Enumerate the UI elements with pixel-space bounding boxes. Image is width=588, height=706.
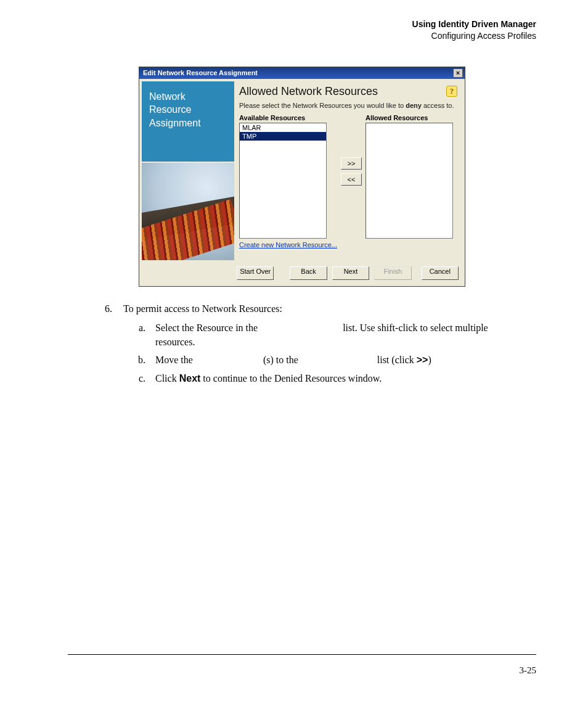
list-item[interactable]: MLAR bbox=[240, 123, 326, 132]
move-left-button[interactable]: << bbox=[341, 173, 362, 186]
page-number: 3-25 bbox=[520, 665, 537, 676]
available-resources-listbox[interactable]: MLARTMP bbox=[239, 123, 327, 239]
substep-b-body: Move the (s) to the list (click >>) bbox=[155, 353, 499, 367]
dialog-heading: Allowed Network Resources bbox=[239, 85, 378, 98]
step-lead: To permit access to Network Resources: bbox=[123, 302, 282, 316]
next-button[interactable]: Next bbox=[332, 266, 369, 280]
text: list (click bbox=[375, 355, 417, 365]
text: (s) to the bbox=[263, 355, 301, 365]
step-number: 6. bbox=[99, 302, 112, 316]
dialog-instruction: Please select the Network Resources you … bbox=[239, 102, 457, 109]
text: Click bbox=[155, 373, 179, 384]
substep-letter: b. bbox=[134, 353, 145, 367]
start-over-button[interactable]: Start Over bbox=[237, 266, 274, 280]
substep-c-body: Click Next to continue to the Denied Res… bbox=[155, 371, 499, 385]
substep-letter: c. bbox=[134, 371, 145, 385]
dialog-screenshot: Edit Network Resource Assignment × Netwo… bbox=[139, 67, 465, 287]
wizard-sidebar-image bbox=[142, 162, 234, 260]
page-rule bbox=[68, 654, 536, 655]
instruction-text: Please select the Network Resources you … bbox=[239, 102, 406, 109]
text: Move the bbox=[155, 355, 195, 365]
back-button[interactable]: Back bbox=[290, 266, 327, 280]
text: to continue to the Denied Resources wind… bbox=[200, 373, 382, 384]
text: Select the Resource in the bbox=[155, 322, 260, 333]
text-bold: >> bbox=[417, 355, 428, 365]
instruction-text-suffix: access to. bbox=[422, 102, 454, 109]
dialog-titlebar: Edit Network Resource Assignment × bbox=[139, 67, 465, 79]
running-head-title: Using Identity Driven Manager bbox=[68, 18, 536, 30]
instruction-steps: 6. To permit access to Network Resources… bbox=[99, 302, 499, 385]
dialog-title: Edit Network Resource Assignment bbox=[143, 69, 258, 76]
substep-a-body: Select the Resource in the list. Use shi… bbox=[155, 321, 499, 349]
close-icon[interactable]: × bbox=[453, 68, 463, 78]
available-resources-label: Available Resources bbox=[239, 114, 337, 121]
create-network-resource-link[interactable]: Create new Network Resource... bbox=[239, 241, 337, 248]
running-head-subtitle: Configuring Access Profiles bbox=[68, 30, 536, 42]
substep-letter: a. bbox=[134, 321, 145, 349]
instruction-bold: deny bbox=[406, 102, 422, 109]
allowed-resources-listbox[interactable] bbox=[365, 123, 453, 239]
edit-network-resource-dialog: Edit Network Resource Assignment × Netwo… bbox=[139, 67, 465, 287]
list-item[interactable]: TMP bbox=[240, 132, 326, 141]
help-icon[interactable]: ? bbox=[446, 86, 457, 97]
text-bold: Next bbox=[179, 373, 201, 384]
wizard-sidebar-title: NetworkResourceAssignment bbox=[142, 81, 234, 162]
allowed-resources-label: Allowed Resources bbox=[365, 114, 453, 121]
running-head: Using Identity Driven Manager Configurin… bbox=[68, 18, 536, 42]
finish-button: Finish bbox=[374, 266, 411, 280]
move-right-button[interactable]: >> bbox=[341, 157, 362, 170]
cancel-button[interactable]: Cancel bbox=[422, 266, 459, 280]
text: ) bbox=[428, 355, 431, 365]
